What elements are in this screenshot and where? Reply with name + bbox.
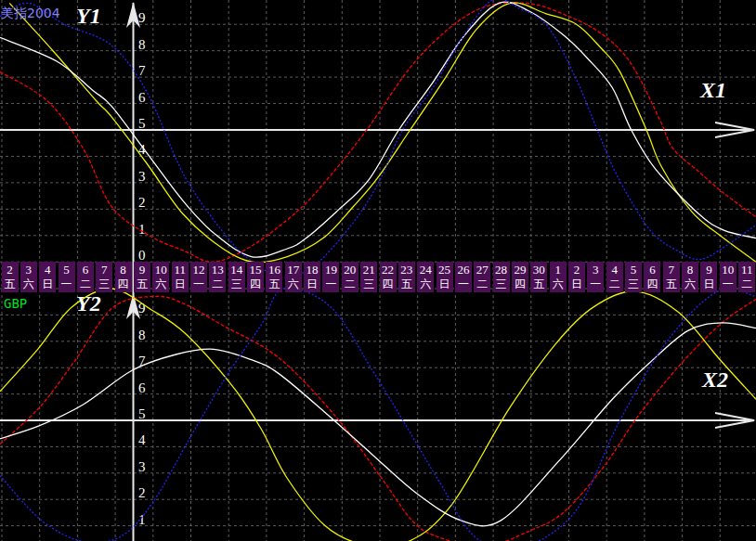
date-cell: 1六 [550,262,567,292]
date-cell-weekday: 日 [568,277,585,290]
date-cell-day: 16 [266,263,282,277]
y2-tick-label: 8 [138,328,146,342]
date-cell-weekday: 六 [417,277,434,290]
date-cell-weekday: 五 [2,277,19,290]
date-cell: 29四 [512,262,528,292]
date-cell-weekday: 四 [247,277,264,290]
bottom-yellow-cycle [0,289,756,541]
date-cell-day: 4 [606,263,623,277]
date-cell: 8六 [682,262,698,292]
gbp-instrument-label: GBP [4,296,27,311]
date-cell-weekday: 六 [285,277,302,290]
date-cell: 25日 [437,262,453,292]
date-cell-day: 7 [663,263,680,277]
date-cell-weekday: 三 [96,277,112,290]
date-cell: 2日 [568,262,585,292]
date-cell: 10六 [152,262,169,292]
date-cell: 6二 [77,262,94,292]
y1-tick-label: 3 [138,169,146,184]
date-cell-weekday: 五 [663,277,680,290]
date-cell-day: 29 [512,263,528,277]
date-cell-day: 27 [474,263,490,277]
date-cell: 22四 [380,262,397,292]
date-cell-weekday: 二 [209,277,226,290]
date-cell: 23五 [398,262,415,292]
date-cell: 7三 [96,262,112,292]
date-cell: 5三 [625,262,642,292]
date-cell-day: 9 [700,263,717,277]
y1-tick-label: 0 [138,248,146,263]
date-cell: 28三 [493,262,510,292]
date-cell: 9五 [134,262,150,292]
date-cell-day: 5 [59,263,75,277]
date-cell-day: 20 [342,263,358,277]
date-cell: 9日 [700,262,717,292]
date-cell-weekday: 一 [322,277,339,290]
date-cell-weekday: 日 [39,277,56,290]
date-cell-day: 2 [568,263,585,277]
y2-tick-label: 2 [138,485,146,500]
date-cell-weekday: 二 [77,277,94,290]
date-cell: 15四 [247,262,264,292]
date-cell-day: 10 [720,263,736,277]
date-cell-day: 13 [209,263,226,277]
date-cell-weekday: 三 [493,277,510,290]
date-cell-weekday: 六 [550,277,567,290]
date-cell-weekday: 五 [398,277,415,290]
date-cell: 17六 [285,262,302,292]
chart-window: 9876543210987654321 美指2004 Y1 X1 GBP Y2 … [0,0,756,541]
date-cell: 5一 [59,262,75,292]
date-cell-day: 3 [20,263,37,277]
date-cell: 27二 [474,262,490,292]
date-cell-weekday: 日 [304,277,320,290]
date-cell: 6四 [644,262,660,292]
date-cell: 20二 [342,262,358,292]
top-red-cycle [0,3,756,262]
bottom-blue-cycle [0,288,756,541]
date-cell-weekday: 六 [152,277,169,290]
date-cell: 8四 [115,262,132,292]
y2-tick-label: 5 [138,406,146,421]
date-cell: 3一 [587,262,604,292]
y1-tick-label: 9 [138,10,146,25]
y1-tick-label: 2 [138,195,146,210]
date-cell-weekday: 一 [190,277,207,290]
y2-axis-label: Y2 [76,291,101,316]
date-cell-weekday: 五 [134,277,150,290]
top-blue-cycle [0,0,756,277]
date-cell-day: 8 [115,263,132,277]
y2-tick-label: 3 [138,459,146,474]
date-cell-day: 5 [625,263,642,277]
date-cell-day: 1 [550,263,567,277]
date-cell-day: 6 [644,263,660,277]
date-cell: 4日 [39,262,56,292]
x2-axis-label: X2 [702,367,728,393]
date-cell: 16五 [266,262,282,292]
date-cell-weekday: 二 [474,277,490,290]
date-cell: 19一 [322,262,339,292]
y1-tick-label: 6 [138,90,146,105]
date-cell-weekday: 二 [738,277,755,290]
date-cell-day: 8 [682,263,698,277]
date-cell: 21三 [360,262,377,292]
y1-axis-label: Y1 [76,4,101,29]
date-cell: 18日 [304,262,320,292]
date-cell-day: 3 [587,263,604,277]
date-cell-day: 18 [304,263,320,277]
date-cell-weekday: 四 [644,277,660,290]
date-cell: 3六 [20,262,37,292]
date-cell-weekday: 二 [606,277,623,290]
date-cell-weekday: 一 [587,277,604,290]
date-cell-day: 2 [2,263,19,277]
date-cell-weekday: 三 [360,277,377,290]
date-cell-weekday: 一 [59,277,75,290]
date-cell-day: 14 [228,263,245,277]
date-cell-day: 9 [134,263,150,277]
date-cell-weekday: 日 [437,277,453,290]
date-cell: 12一 [190,262,207,292]
date-cell: 4二 [606,262,623,292]
date-cell-day: 10 [152,263,169,277]
date-cell-day: 26 [455,263,472,277]
date-cell: 11二 [738,262,755,292]
date-cell-day: 28 [493,263,510,277]
